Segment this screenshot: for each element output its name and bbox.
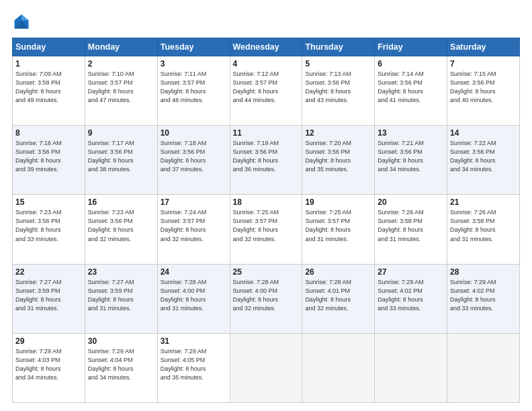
calendar-header-friday: Friday	[375, 38, 447, 56]
calendar-header-thursday: Thursday	[302, 38, 375, 56]
day-number: 12	[305, 128, 371, 138]
cell-info: Sunrise: 7:13 AMSunset: 3:56 PMDaylight:…	[305, 70, 371, 105]
calendar-cell: 12Sunrise: 7:20 AMSunset: 3:56 PMDayligh…	[302, 126, 375, 195]
calendar-cell: 8Sunrise: 7:16 AMSunset: 3:56 PMDaylight…	[13, 126, 85, 195]
header	[12, 12, 520, 31]
day-number: 13	[378, 128, 444, 138]
page: SundayMondayTuesdayWednesdayThursdayFrid…	[0, 0, 532, 411]
calendar-cell: 15Sunrise: 7:23 AMSunset: 3:56 PMDayligh…	[13, 195, 85, 264]
calendar-cell: 7Sunrise: 7:15 AMSunset: 3:56 PMDaylight…	[447, 56, 520, 126]
day-number: 4	[233, 59, 300, 68]
cell-info: Sunrise: 7:28 AMSunset: 4:00 PMDaylight:…	[233, 278, 300, 313]
day-number: 15	[15, 197, 82, 207]
logo	[12, 12, 34, 31]
calendar-week-4: 22Sunrise: 7:27 AMSunset: 3:59 PMDayligh…	[13, 264, 520, 333]
day-number: 7	[450, 59, 517, 68]
logo-icon	[12, 12, 31, 31]
cell-info: Sunrise: 7:16 AMSunset: 3:56 PMDaylight:…	[15, 139, 82, 174]
cell-info: Sunrise: 7:17 AMSunset: 3:56 PMDaylight:…	[88, 139, 154, 174]
calendar-cell: 26Sunrise: 7:28 AMSunset: 4:01 PMDayligh…	[302, 264, 375, 333]
calendar-cell: 14Sunrise: 7:22 AMSunset: 3:56 PMDayligh…	[447, 126, 520, 195]
cell-info: Sunrise: 7:26 AMSunset: 3:58 PMDaylight:…	[378, 208, 444, 243]
calendar-cell: 30Sunrise: 7:29 AMSunset: 4:04 PMDayligh…	[85, 333, 157, 402]
day-number: 24	[161, 267, 227, 277]
calendar-cell: 25Sunrise: 7:28 AMSunset: 4:00 PMDayligh…	[230, 264, 302, 333]
day-number: 11	[233, 128, 300, 138]
day-number: 5	[305, 59, 371, 68]
calendar-cell: 6Sunrise: 7:14 AMSunset: 3:56 PMDaylight…	[375, 56, 447, 126]
calendar-cell: 16Sunrise: 7:23 AMSunset: 3:56 PMDayligh…	[85, 195, 157, 264]
cell-info: Sunrise: 7:10 AMSunset: 3:57 PMDaylight:…	[88, 70, 154, 105]
calendar-cell: 22Sunrise: 7:27 AMSunset: 3:59 PMDayligh…	[13, 264, 85, 333]
day-number: 14	[450, 128, 517, 138]
cell-info: Sunrise: 7:18 AMSunset: 3:56 PMDaylight:…	[161, 139, 227, 174]
cell-info: Sunrise: 7:28 AMSunset: 4:01 PMDaylight:…	[305, 278, 371, 313]
calendar-header-row: SundayMondayTuesdayWednesdayThursdayFrid…	[13, 38, 520, 56]
cell-info: Sunrise: 7:11 AMSunset: 3:57 PMDaylight:…	[161, 70, 227, 105]
calendar-header-wednesday: Wednesday	[230, 38, 302, 56]
calendar-header-tuesday: Tuesday	[157, 38, 230, 56]
cell-info: Sunrise: 7:27 AMSunset: 3:59 PMDaylight:…	[88, 278, 154, 313]
day-number: 23	[88, 267, 154, 277]
cell-info: Sunrise: 7:29 AMSunset: 4:03 PMDaylight:…	[15, 347, 82, 382]
calendar-cell: 28Sunrise: 7:29 AMSunset: 4:02 PMDayligh…	[447, 264, 520, 333]
day-number: 3	[161, 59, 227, 68]
day-number: 18	[233, 197, 300, 207]
calendar-header-saturday: Saturday	[447, 38, 520, 56]
calendar-cell: 29Sunrise: 7:29 AMSunset: 4:03 PMDayligh…	[13, 333, 85, 402]
calendar-cell: 3Sunrise: 7:11 AMSunset: 3:57 PMDaylight…	[157, 56, 230, 126]
calendar-cell: 5Sunrise: 7:13 AMSunset: 3:56 PMDaylight…	[302, 56, 375, 126]
calendar-cell: 2Sunrise: 7:10 AMSunset: 3:57 PMDaylight…	[85, 56, 157, 126]
calendar-cell: 4Sunrise: 7:12 AMSunset: 3:57 PMDaylight…	[230, 56, 302, 126]
calendar-week-3: 15Sunrise: 7:23 AMSunset: 3:56 PMDayligh…	[13, 195, 520, 264]
calendar-cell: 23Sunrise: 7:27 AMSunset: 3:59 PMDayligh…	[85, 264, 157, 333]
calendar-cell: 13Sunrise: 7:21 AMSunset: 3:56 PMDayligh…	[375, 126, 447, 195]
calendar-table: SundayMondayTuesdayWednesdayThursdayFrid…	[12, 38, 520, 403]
day-number: 6	[378, 59, 444, 68]
calendar-cell: 19Sunrise: 7:25 AMSunset: 3:57 PMDayligh…	[302, 195, 375, 264]
cell-info: Sunrise: 7:25 AMSunset: 3:57 PMDaylight:…	[233, 208, 300, 243]
cell-info: Sunrise: 7:21 AMSunset: 3:56 PMDaylight:…	[378, 139, 444, 174]
calendar-cell: 31Sunrise: 7:29 AMSunset: 4:05 PMDayligh…	[157, 333, 230, 402]
calendar-cell	[375, 333, 447, 402]
day-number: 17	[161, 197, 227, 207]
day-number: 29	[15, 336, 82, 346]
cell-info: Sunrise: 7:27 AMSunset: 3:59 PMDaylight:…	[15, 278, 82, 313]
cell-info: Sunrise: 7:12 AMSunset: 3:57 PMDaylight:…	[233, 70, 300, 105]
calendar-cell: 11Sunrise: 7:19 AMSunset: 3:56 PMDayligh…	[230, 126, 302, 195]
calendar-cell: 24Sunrise: 7:28 AMSunset: 4:00 PMDayligh…	[157, 264, 230, 333]
cell-info: Sunrise: 7:22 AMSunset: 3:56 PMDaylight:…	[450, 139, 517, 174]
day-number: 1	[15, 59, 82, 68]
day-number: 21	[450, 197, 517, 207]
calendar-cell: 20Sunrise: 7:26 AMSunset: 3:58 PMDayligh…	[375, 195, 447, 264]
cell-info: Sunrise: 7:23 AMSunset: 3:56 PMDaylight:…	[15, 208, 82, 243]
cell-info: Sunrise: 7:24 AMSunset: 3:57 PMDaylight:…	[161, 208, 227, 243]
calendar-cell	[302, 333, 375, 402]
cell-info: Sunrise: 7:14 AMSunset: 3:56 PMDaylight:…	[378, 70, 444, 105]
calendar-cell	[230, 333, 302, 402]
day-number: 2	[88, 59, 154, 68]
cell-info: Sunrise: 7:29 AMSunset: 4:04 PMDaylight:…	[88, 347, 154, 382]
cell-info: Sunrise: 7:25 AMSunset: 3:57 PMDaylight:…	[305, 208, 371, 243]
day-number: 30	[88, 336, 154, 346]
calendar-header-sunday: Sunday	[13, 38, 85, 56]
calendar-week-1: 1Sunrise: 7:09 AMSunset: 3:58 PMDaylight…	[13, 56, 520, 126]
cell-info: Sunrise: 7:29 AMSunset: 4:02 PMDaylight:…	[450, 278, 517, 313]
cell-info: Sunrise: 7:29 AMSunset: 4:05 PMDaylight:…	[161, 347, 227, 382]
calendar-cell: 1Sunrise: 7:09 AMSunset: 3:58 PMDaylight…	[13, 56, 85, 126]
day-number: 8	[15, 128, 82, 138]
cell-info: Sunrise: 7:28 AMSunset: 4:00 PMDaylight:…	[161, 278, 227, 313]
calendar-cell: 21Sunrise: 7:26 AMSunset: 3:58 PMDayligh…	[447, 195, 520, 264]
calendar-cell: 10Sunrise: 7:18 AMSunset: 3:56 PMDayligh…	[157, 126, 230, 195]
cell-info: Sunrise: 7:09 AMSunset: 3:58 PMDaylight:…	[15, 70, 82, 105]
calendar-cell: 27Sunrise: 7:29 AMSunset: 4:02 PMDayligh…	[375, 264, 447, 333]
day-number: 16	[88, 197, 154, 207]
day-number: 22	[15, 267, 82, 277]
cell-info: Sunrise: 7:26 AMSunset: 3:58 PMDaylight:…	[450, 208, 517, 243]
cell-info: Sunrise: 7:19 AMSunset: 3:56 PMDaylight:…	[233, 139, 300, 174]
svg-marker-1	[21, 15, 29, 21]
day-number: 20	[378, 197, 444, 207]
calendar-week-2: 8Sunrise: 7:16 AMSunset: 3:56 PMDaylight…	[13, 126, 520, 195]
day-number: 9	[88, 128, 154, 138]
day-number: 10	[161, 128, 227, 138]
